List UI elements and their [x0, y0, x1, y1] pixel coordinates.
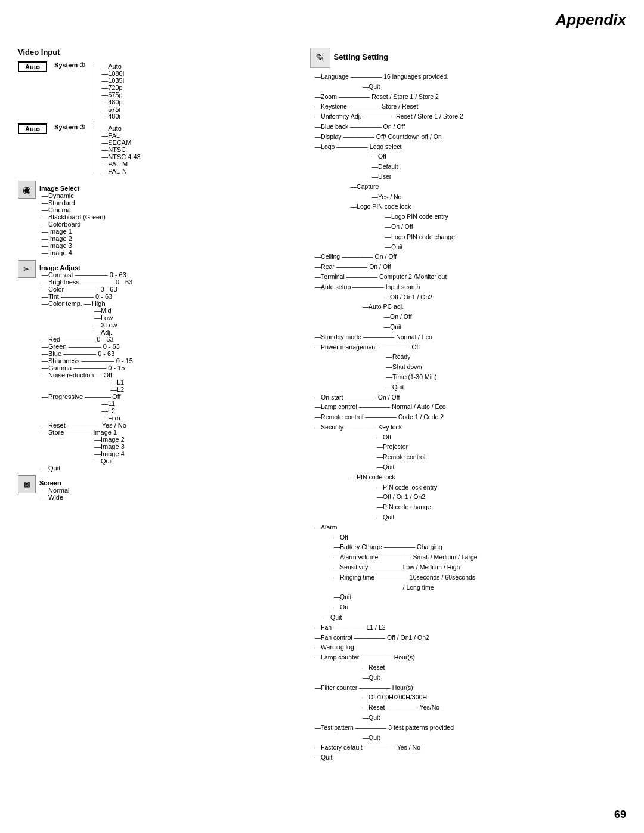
page-title: Appendix [556, 11, 626, 29]
auto-btn-system2[interactable]: Auto [18, 61, 47, 72]
system2-items: —Auto —1080i —1035i —720p —575p —480p —5… [94, 63, 124, 120]
image-select-icon: ◉ [18, 181, 36, 199]
system3-label: System ③ [54, 123, 85, 131]
auto-btn-system3[interactable]: Auto [18, 123, 47, 134]
page-number: 69 [614, 809, 626, 821]
setting-header: Setting Setting [334, 48, 389, 61]
image-adjust-label: Image Adjust [39, 260, 133, 271]
image-select-label: Image Select [39, 181, 106, 192]
setting-tree: —Language ————— 16 languages provided. —… [315, 72, 626, 763]
video-input-header: Video Input [18, 48, 310, 57]
image-adjust-icon: ✂ [18, 260, 36, 278]
setting-icon: ✎ [310, 48, 330, 68]
image-adjust-items: —Contrast ————— 0 - 63 —Brightness —————… [42, 271, 133, 472]
screen-label: Screen [39, 475, 69, 487]
system3-items: —Auto —PAL —SECAM —NTSC —NTSC 4.43 —PAL-… [94, 125, 140, 175]
image-select-items: —Dynamic —Standard —Cinema —Blackboard (… [42, 192, 106, 256]
screen-icon: ▩ [18, 475, 36, 493]
screen-items: —Normal —Wide [42, 487, 69, 501]
system2-label: System ② [54, 61, 85, 69]
